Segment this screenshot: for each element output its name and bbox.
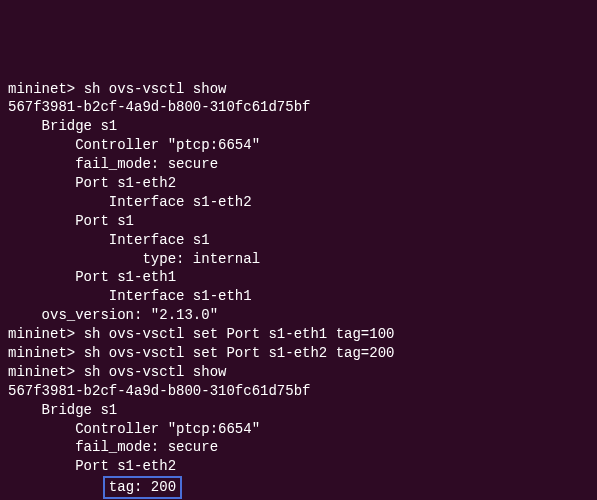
highlight-tag-200: tag: 200 [103, 476, 182, 499]
output-controller: Controller "ptcp:6654" [8, 136, 589, 155]
output-port-eth1: Port s1-eth1 [8, 268, 589, 287]
output-iface-eth1: Interface s1-eth1 [8, 287, 589, 306]
output-port-s1: Port s1 [8, 212, 589, 231]
output-bridge: Bridge s1 [8, 401, 589, 420]
output-port-eth2: Port s1-eth2 [8, 457, 589, 476]
indent [8, 479, 109, 495]
command-text: sh ovs-vsctl set Port s1-eth1 tag=100 [84, 326, 395, 342]
command-line: mininet> sh ovs-vsctl show [8, 363, 589, 382]
output-controller: Controller "ptcp:6654" [8, 420, 589, 439]
command-text: sh ovs-vsctl set Port s1-eth2 tag=200 [84, 345, 395, 361]
output-fail-mode: fail_mode: secure [8, 438, 589, 457]
output-fail-mode: fail_mode: secure [8, 155, 589, 174]
output-uuid: 567f3981-b2cf-4a9d-b800-310fc61d75bf [8, 98, 589, 117]
output-tag-200: tag: 200 [8, 476, 589, 499]
command-line: mininet> sh ovs-vsctl set Port s1-eth1 t… [8, 325, 589, 344]
command-line: mininet> sh ovs-vsctl show [8, 80, 589, 99]
prompt: mininet> [8, 326, 84, 342]
output-bridge: Bridge s1 [8, 117, 589, 136]
prompt: mininet> [8, 81, 84, 97]
prompt: mininet> [8, 345, 84, 361]
terminal-output: mininet> sh ovs-vsctl show567f3981-b2cf-… [8, 80, 589, 500]
output-ovs-version: ovs_version: "2.13.0" [8, 306, 589, 325]
command-text: sh ovs-vsctl show [84, 364, 227, 380]
output-type-internal: type: internal [8, 250, 589, 269]
prompt: mininet> [8, 364, 84, 380]
output-uuid: 567f3981-b2cf-4a9d-b800-310fc61d75bf [8, 382, 589, 401]
command-line: mininet> sh ovs-vsctl set Port s1-eth2 t… [8, 344, 589, 363]
output-port-eth2: Port s1-eth2 [8, 174, 589, 193]
output-iface-eth2: Interface s1-eth2 [8, 193, 589, 212]
output-iface-s1: Interface s1 [8, 231, 589, 250]
command-text: sh ovs-vsctl show [84, 81, 227, 97]
